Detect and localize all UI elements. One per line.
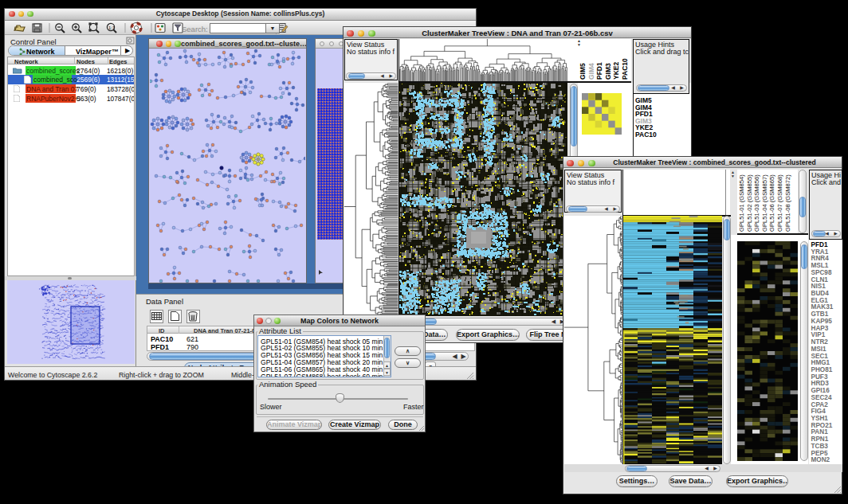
svg-text:GPL51-08 (GSM872): GPL51-08 (GSM872) xyxy=(784,174,791,232)
svg-text:GPL51-01 (GSM854): GPL51-01 (GSM854) xyxy=(738,174,745,232)
svg-text:GIM3: GIM3 xyxy=(604,63,612,80)
svg-text:GIM4: GIM4 xyxy=(587,63,595,80)
svg-text:GPL51-03 (GSM856): GPL51-03 (GSM856) xyxy=(753,174,760,232)
svg-text:GIM5: GIM5 xyxy=(579,63,587,80)
svg-text:PAC10: PAC10 xyxy=(621,58,629,80)
svg-text:GPL51-06 (GSM865): GPL51-06 (GSM865) xyxy=(768,174,775,232)
svg-text:GPL51-04 (GSM857): GPL51-04 (GSM857) xyxy=(761,174,768,232)
svg-text:PFD1: PFD1 xyxy=(595,62,603,80)
svg-text:GPL51-02 (GSM855): GPL51-02 (GSM855) xyxy=(746,174,753,232)
svg-text:GPL51-07 (GSM868): GPL51-07 (GSM868) xyxy=(776,174,783,232)
svg-text:YKE2: YKE2 xyxy=(612,62,620,80)
svg-text:1:1: 1:1 xyxy=(108,25,116,30)
